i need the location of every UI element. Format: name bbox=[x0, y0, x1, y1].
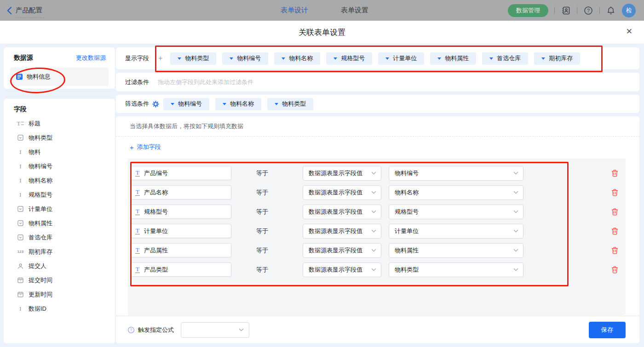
add-display-field-icon[interactable] bbox=[158, 54, 162, 63]
rule-source-select[interactable]: 数据源表显示字段值 bbox=[303, 224, 381, 239]
filter-placeholder: 拖动左侧字段到此处来添加过滤条件 bbox=[158, 78, 253, 86]
address-book-icon[interactable] bbox=[561, 6, 571, 16]
field-item-0[interactable]: T 标题 bbox=[14, 116, 115, 131]
field-item-9[interactable]: 123 期初库存 bbox=[14, 245, 115, 259]
field-chip-label: 物料名称 bbox=[230, 100, 254, 108]
form-document-icon bbox=[16, 73, 23, 80]
rule-value-select[interactable]: 物料类型 bbox=[389, 262, 523, 277]
field-chip[interactable]: 物料名称 bbox=[215, 98, 261, 110]
chevron-down-icon bbox=[513, 191, 518, 194]
rule-target-label: 产品类型 bbox=[144, 266, 168, 274]
chevron-down-icon bbox=[513, 249, 518, 252]
field-chip[interactable]: 规格型号 bbox=[326, 52, 372, 65]
select-field-icon bbox=[17, 220, 24, 226]
rule-value-select[interactable]: 物料编号 bbox=[389, 166, 523, 181]
rule-value-select[interactable]: 计量单位 bbox=[389, 224, 523, 239]
triangle-down-icon bbox=[223, 103, 226, 105]
text-field-icon: T bbox=[135, 208, 140, 215]
field-item-10[interactable]: 提交人 bbox=[14, 259, 115, 273]
field-item-1[interactable]: 物料类型 bbox=[14, 131, 115, 145]
field-item-4[interactable]: I 物料名称 bbox=[14, 173, 115, 188]
field-chip[interactable]: 物料类型 bbox=[267, 98, 313, 110]
rule-operator: 等于 bbox=[256, 266, 303, 274]
field-item-6[interactable]: 计量单位 bbox=[14, 202, 115, 216]
rule-target-field[interactable]: T 产品名称 bbox=[130, 185, 231, 199]
rule-source-select[interactable]: 数据源表显示字段值 bbox=[303, 262, 381, 277]
help-icon[interactable]: ? bbox=[583, 6, 593, 16]
chevron-down-icon bbox=[371, 191, 376, 194]
formula-select[interactable] bbox=[181, 322, 249, 338]
bell-icon[interactable] bbox=[606, 6, 616, 16]
add-field-link[interactable]: 添加字段 bbox=[130, 143, 161, 151]
trash-icon[interactable] bbox=[611, 189, 618, 196]
rule-target-field[interactable]: T 产品属性 bbox=[130, 243, 231, 257]
rule-source-select[interactable]: 数据源表显示字段值 bbox=[303, 243, 381, 258]
screen-filter-label: 筛选条件 bbox=[125, 100, 149, 108]
divider bbox=[577, 7, 577, 14]
field-item-8[interactable]: 首选仓库 bbox=[14, 230, 115, 245]
chevron-down-icon bbox=[371, 171, 376, 175]
triangle-down-icon bbox=[171, 103, 174, 105]
datasource-panel: 数据源 更改数据源 物料信息 bbox=[4, 47, 115, 89]
modal-header: 关联表单设置 bbox=[0, 21, 644, 44]
rule-row: T 产品名称 等于 数据源表显示字段值 物料名称 bbox=[130, 185, 626, 199]
tab-form-settings[interactable]: 表单设置 bbox=[341, 6, 368, 15]
field-item-12[interactable]: 7 更新时间 bbox=[14, 287, 115, 301]
datasource-item[interactable]: 物料信息 bbox=[10, 68, 109, 86]
save-button[interactable]: 保存 bbox=[589, 322, 626, 338]
date-field-icon: 7 bbox=[17, 277, 24, 283]
rule-source-select[interactable]: 数据源表显示字段值 bbox=[303, 166, 381, 181]
change-datasource-link[interactable]: 更改数据源 bbox=[76, 54, 106, 62]
gear-icon[interactable] bbox=[152, 101, 159, 108]
field-chip[interactable]: 计量单位 bbox=[378, 52, 424, 65]
field-item-5[interactable]: I 规格型号 bbox=[14, 188, 115, 202]
rule-source-select[interactable]: 数据源表显示字段值 bbox=[303, 185, 381, 200]
tab-form-design[interactable]: 表单设计 bbox=[281, 6, 308, 15]
field-chip[interactable]: 物料属性 bbox=[430, 52, 476, 65]
rule-target-field[interactable]: T 规格型号 bbox=[130, 205, 231, 219]
field-item-7[interactable]: 物料属性 bbox=[14, 216, 115, 230]
formula-label: 触发指定公式 bbox=[138, 326, 174, 334]
trash-icon[interactable] bbox=[611, 170, 618, 177]
filter-dropzone[interactable]: 拖动左侧字段到此处来添加过滤条件 bbox=[158, 73, 639, 91]
rule-target-field[interactable]: T 计量单位 bbox=[130, 224, 231, 238]
formula-help-icon[interactable]: ? bbox=[127, 326, 135, 334]
triangle-down-icon bbox=[282, 57, 285, 60]
field-item-2[interactable]: I 物料 bbox=[14, 145, 115, 159]
rule-operator: 等于 bbox=[256, 227, 303, 235]
rule-value-select[interactable]: 规格型号 bbox=[389, 205, 523, 219]
rule-row: T 计量单位 等于 数据源表显示字段值 计量单位 bbox=[130, 224, 626, 238]
rule-value-select[interactable]: 物料名称 bbox=[389, 185, 523, 200]
field-chip[interactable]: 物料编号 bbox=[222, 52, 268, 65]
field-chip[interactable]: 物料类型 bbox=[170, 52, 216, 65]
field-item-3[interactable]: I 物料编号 bbox=[14, 159, 115, 173]
field-chip[interactable]: 首选仓库 bbox=[482, 52, 528, 65]
field-chip[interactable]: 物料名称 bbox=[274, 52, 320, 65]
trash-icon[interactable] bbox=[611, 247, 618, 254]
field-chip-label: 规格型号 bbox=[341, 54, 365, 63]
field-chip[interactable]: 物料编号 bbox=[163, 98, 209, 110]
divider bbox=[554, 7, 555, 14]
rule-value-select[interactable]: 物料属性 bbox=[389, 243, 523, 258]
avatar[interactable]: 检 bbox=[622, 4, 636, 17]
modal-title: 关联表单设置 bbox=[0, 27, 644, 38]
trash-icon[interactable] bbox=[611, 228, 618, 235]
field-item-13[interactable]: I 数据ID bbox=[14, 301, 115, 316]
rule-target-field[interactable]: T 产品类型 bbox=[130, 262, 231, 277]
text-field-icon: T bbox=[135, 189, 140, 196]
field-item-label: 物料 bbox=[29, 148, 40, 156]
rule-target-field[interactable]: T 产品编号 bbox=[130, 166, 231, 180]
rule-source-select[interactable]: 数据源表显示字段值 bbox=[303, 205, 381, 219]
field-item-11[interactable]: 7 提交时间 bbox=[14, 273, 115, 287]
text-field-icon: I bbox=[17, 148, 24, 156]
fields-panel: 字段 T 标题 物料类型 I 物料 I 物料编号 I 物料名称 I 规格型号 计… bbox=[4, 99, 115, 343]
data-manage-button[interactable]: 数据管理 bbox=[508, 4, 548, 17]
close-icon[interactable] bbox=[626, 27, 632, 36]
trash-icon[interactable] bbox=[611, 208, 618, 216]
trash-icon[interactable] bbox=[611, 266, 618, 273]
field-chip-label: 物料类型 bbox=[185, 54, 209, 63]
field-item-label: 提交时间 bbox=[29, 276, 52, 284]
field-chip[interactable]: 期初库存 bbox=[534, 52, 580, 65]
field-item-label: 期初库存 bbox=[29, 248, 52, 256]
rule-operator: 等于 bbox=[256, 188, 303, 197]
